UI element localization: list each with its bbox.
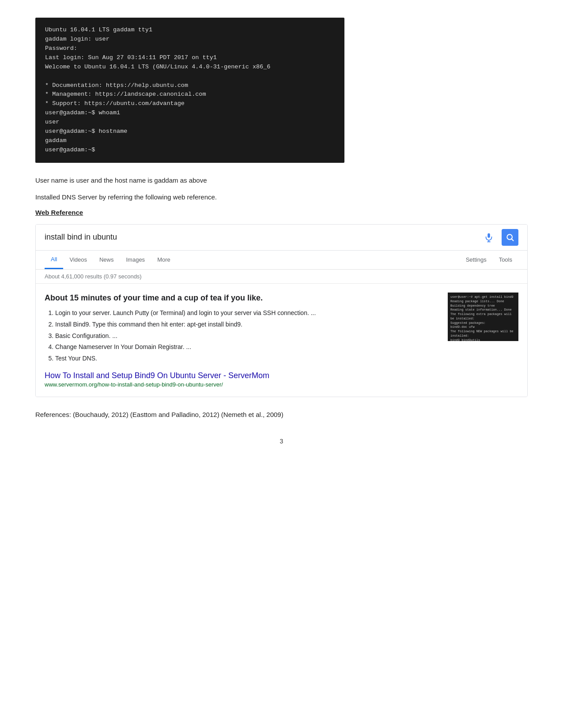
list-item: Login to your server. Launch Putty (or T… — [55, 308, 439, 319]
result-list: Login to your server. Launch Putty (or T… — [45, 308, 439, 364]
terminal-line-4: Password: — [45, 44, 335, 53]
references-paragraph: References: (Bouchaudy, 2012) (Easttom a… — [35, 409, 528, 420]
terminal-line-5: Last login: Sun Aug 27 03:14:11 PDT 2017… — [45, 53, 335, 63]
page-number: 3 — [35, 438, 528, 445]
terminal-line-3: gaddam login: user — [45, 35, 335, 44]
terminal-line-11: user@gaddam:~$ whoami — [45, 109, 335, 118]
thumbnail-line: bind9-doc ufw — [450, 325, 516, 330]
thumbnail-line: Building dependency tree — [450, 304, 516, 308]
thumbnail-line: Suggested packages: — [450, 321, 516, 326]
terminal-line-8: * Documentation: https://help.ubuntu.com — [45, 81, 335, 90]
result-thumbnail: user@user:~# apt-get install bind9 Readi… — [448, 293, 518, 341]
search-result-box: About 15 minutes of your time and a cup … — [36, 284, 527, 397]
search-button[interactable] — [502, 229, 518, 246]
result-title: About 15 minutes of your time and a cup … — [45, 293, 439, 304]
tab-videos[interactable]: Videos — [63, 251, 93, 268]
thumbnail-line: The following extra packages will be ins… — [450, 312, 516, 321]
result-text: About 15 minutes of your time and a cup … — [45, 293, 439, 365]
terminal-line-6: Welcome to Ubuntu 16.04.1 LTS (GNU/Linux… — [45, 63, 335, 72]
svg-rect-0 — [487, 233, 490, 238]
list-item: Install Bind9. Type this command then hi… — [55, 319, 439, 330]
list-item: Change Nameserver In Your Domain Registr… — [55, 342, 439, 353]
search-tabs-row: All Videos News Images More Settings Too… — [36, 251, 527, 270]
thumbnail-line: bind9 bind9utils — [450, 338, 516, 341]
paragraph-2: Installed DNS Server by referring the fo… — [35, 192, 528, 203]
terminal-line-15: user@gaddam:~$ — [45, 146, 335, 155]
list-item: Basic Configuration. ... — [55, 331, 439, 341]
google-search-area: install bind in ubuntu All V — [35, 224, 528, 397]
search-icons — [484, 229, 518, 246]
terminal-line-14: gaddam — [45, 136, 335, 146]
tab-all[interactable]: All — [45, 251, 63, 269]
terminal-line-13: user@gaddam:~$ hostname — [45, 127, 335, 136]
thumbnail-line: Reading package lists... Done — [450, 300, 516, 304]
tab-tools[interactable]: Tools — [493, 251, 518, 268]
web-reference-heading: Web Reference — [35, 209, 528, 216]
terminal-window: Ubuntu 16.04.1 LTS gaddam tty1 gaddam lo… — [35, 18, 344, 163]
terminal-line-9: * Management: https://landscape.canonica… — [45, 90, 335, 99]
list-item: Test Your DNS. — [55, 353, 439, 364]
tab-images[interactable]: Images — [120, 251, 151, 268]
terminal-line-1: Ubuntu 16.04.1 LTS gaddam tty1 — [45, 26, 335, 35]
tab-settings[interactable]: Settings — [460, 251, 493, 268]
terminal-line-12: user — [45, 118, 335, 127]
result-link-title[interactable]: How To Install and Setup Bind9 On Ubuntu… — [45, 371, 518, 380]
mic-icon[interactable] — [484, 233, 494, 242]
thumbnail-line: user@user:~# apt-get install bind9 — [450, 295, 516, 300]
results-info: About 4,61,000 results (0.97 seconds) — [36, 270, 527, 284]
paragraph-1: User name is user and the host name is g… — [35, 175, 528, 186]
tab-more[interactable]: More — [151, 251, 177, 268]
terminal-line-7 — [45, 72, 335, 81]
thumbnail-line: The following NEW packages will be insta… — [450, 330, 516, 338]
search-bar-row: install bind in ubuntu — [36, 225, 527, 251]
result-url: www.servermom.org/how-to-install-and-set… — [45, 381, 518, 388]
terminal-line-10: * Support: https://ubuntu.com/advantage — [45, 99, 335, 109]
tab-news[interactable]: News — [93, 251, 120, 268]
search-query-text: install bind in ubuntu — [45, 233, 484, 242]
svg-line-4 — [512, 239, 514, 241]
result-content: About 15 minutes of your time and a cup … — [45, 293, 518, 365]
thumbnail-line: Reading state information... Done — [450, 308, 516, 312]
